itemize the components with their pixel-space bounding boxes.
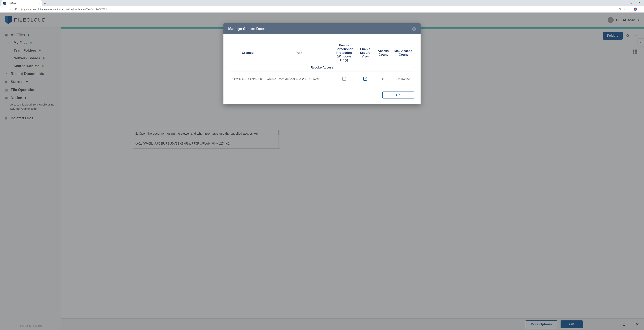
modal-close-icon[interactable]: ✕ [412,27,416,31]
window-minimize-icon[interactable]: — [618,0,627,6]
url-text: phoenix.codelathe.com/ui/core/index.html… [24,8,109,10]
tab-title: FileCloud [8,2,37,4]
favicon-icon [3,2,6,4]
browser-tab[interactable]: FileCloud × [2,0,42,6]
modal-ok-button[interactable]: OK [382,92,414,99]
nav-back-icon[interactable]: ← [2,8,6,11]
tab-close-icon[interactable]: × [39,2,40,4]
col-path: Path [266,42,332,64]
nav-forward-icon[interactable]: → [8,8,12,11]
screenshot-checkbox[interactable] [342,77,346,81]
col-created: Created [230,42,266,64]
extensions-icon[interactable]: ✦ [629,7,631,11]
cell-max-access: Unlimited [392,72,414,87]
nav-reload-icon[interactable]: ⟳ [14,7,18,11]
modal-body: Created Path Enable Screenshot Protectio… [224,34,420,92]
modal-title: Manage Secure Docs [228,27,265,31]
modal-header: Manage Secure Docs ✕ [224,24,420,34]
manage-secure-docs-modal: Manage Secure Docs ✕ Created Path Enable… [224,24,420,104]
tab-strip: FileCloud × + — ☐ ✕ [0,0,644,6]
window-close-icon[interactable]: ✕ [636,0,644,6]
chrome-menu-icon[interactable]: ⋮ [640,7,642,11]
bookmark-icon[interactable]: ☆ [624,7,626,11]
url-field[interactable]: 🔒 phoenix.codelathe.com/ui/core/index.ht… [20,8,617,10]
cell-path: /demo/Confidential Files/3803_over… [266,72,332,87]
col-max-access: Max Access Count [392,42,414,64]
cell-created: 2020-09-04 03:48:18 [230,72,266,87]
col-secure-view: Enable Secure View [356,42,374,64]
zoom-icon[interactable]: ⊕ [618,7,621,11]
new-tab-button[interactable]: + [42,1,48,6]
secure-docs-table: Created Path Enable Screenshot Protectio… [230,42,414,87]
lock-icon: 🔒 [20,8,23,10]
cell-secure-view [356,72,374,87]
browser-right-icons: ⊕ ☆ ✦ ⋮ [618,7,642,11]
col-screenshot: Enable Screenshot Protection (Windows On… [332,42,356,64]
cell-screenshot [332,72,356,87]
window-maximize-icon[interactable]: ☐ [627,0,636,6]
col-revoke: Revoke Access [230,64,414,72]
chrome-profile-icon[interactable] [634,8,637,11]
modal-footer: OK [224,92,420,104]
address-bar: ← → ⟳ 🔒 phoenix.codelathe.com/ui/core/in… [0,6,644,12]
cell-access-count: 0 [374,72,392,87]
table-row: 2020-09-04 03:48:18 /demo/Confidential F… [230,72,414,87]
col-access-count: Access Count [374,42,392,64]
secure-view-checkbox[interactable] [363,77,367,81]
browser-chrome: FileCloud × + — ☐ ✕ ← → ⟳ 🔒 phoenix.code… [0,0,644,13]
app-root: FILECLOUD FC Aurora ▾ ▣ All Files ▴ › My… [0,13,644,330]
window-controls: — ☐ ✕ [618,0,644,6]
